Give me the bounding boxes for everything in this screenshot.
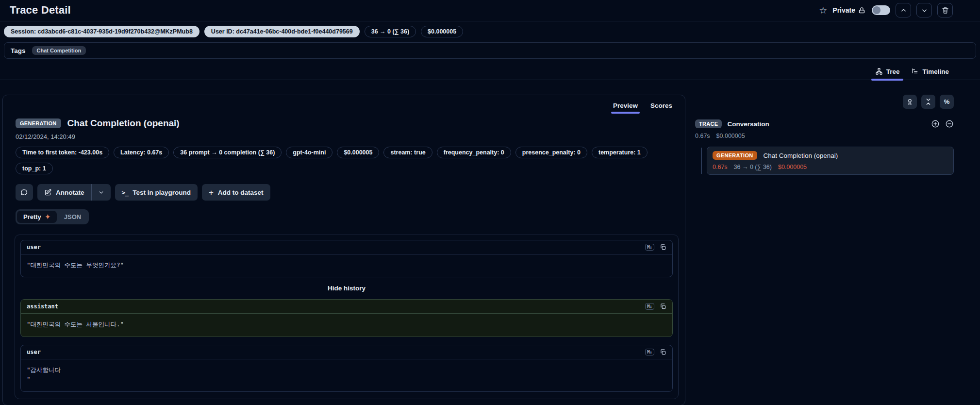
trash-icon xyxy=(942,7,949,14)
next-observation-button[interactable] xyxy=(916,3,932,17)
lock-icon xyxy=(858,7,865,14)
annotate-split-button: Annotate xyxy=(37,184,111,201)
header-actions: ☆ Private xyxy=(819,3,953,17)
collapse-tree-button[interactable] xyxy=(945,119,954,128)
chevron-down-icon xyxy=(98,189,104,196)
timeline-icon xyxy=(911,68,919,75)
pretty-label: Pretty xyxy=(23,213,41,220)
plus-circle-icon xyxy=(931,119,940,128)
tab-scores[interactable]: Scores xyxy=(645,100,678,114)
pill-top-p: top_p: 1 xyxy=(16,163,53,174)
tab-tree[interactable]: Tree xyxy=(869,64,906,80)
view-tabs: Tree Timeline xyxy=(0,64,980,80)
pill-model: gpt-4o-mini xyxy=(286,147,332,158)
tab-timeline-label: Timeline xyxy=(922,68,949,75)
bookmark-star-icon[interactable]: ☆ xyxy=(819,6,827,15)
message-user-2: user M↓ "감사합니다 " xyxy=(20,345,673,392)
observation-tabs: Preview Scores xyxy=(3,95,685,114)
award-icon xyxy=(906,98,914,105)
playground-label: Test in playground xyxy=(133,189,191,196)
annotate-dropdown-button[interactable] xyxy=(92,184,111,201)
page-title: Trace Detail xyxy=(10,4,71,17)
message-content: "대한민국의 수도는 무엇인가요?" xyxy=(21,254,672,277)
prev-observation-button[interactable] xyxy=(896,3,911,17)
markdown-toggle-icon[interactable]: M↓ xyxy=(645,244,654,251)
tags-label: Tags xyxy=(11,47,26,54)
annotate-button[interactable]: Annotate xyxy=(37,184,91,201)
generation-type-badge: GENERATION xyxy=(713,151,757,160)
pill-cost: $0.000005 xyxy=(337,147,379,158)
message-content: "감사합니다 " xyxy=(21,359,672,391)
trace-type-badge: TRACE xyxy=(695,119,722,128)
collapse-all-button[interactable] xyxy=(921,95,935,109)
message-content: "대한민국의 수도는 서울입니다." xyxy=(21,314,672,336)
tag-chip[interactable]: Chat Competition xyxy=(32,46,86,55)
expand-all-button[interactable] xyxy=(931,119,940,128)
markdown-toggle-icon[interactable]: M↓ xyxy=(645,349,654,355)
tree-node-generation[interactable]: GENERATION Chat Completion (openai) 0.67… xyxy=(707,147,954,175)
message-tools: M↓ xyxy=(645,349,666,355)
tags-bar: Tags Chat Competition xyxy=(4,42,976,59)
edit-pen-icon xyxy=(44,189,51,196)
page-header: Trace Detail ☆ Private xyxy=(0,0,980,21)
minus-circle-icon xyxy=(945,119,954,128)
dataset-label: Add to dataset xyxy=(218,189,264,196)
privacy-indicator: Private xyxy=(832,6,865,14)
percent-icon: % xyxy=(944,98,950,105)
delete-trace-button[interactable] xyxy=(937,3,953,17)
test-in-playground-button[interactable]: >_ Test in playground xyxy=(115,184,198,201)
tab-preview[interactable]: Preview xyxy=(607,100,644,114)
pill-stream: stream: true xyxy=(383,147,432,158)
tab-timeline[interactable]: Timeline xyxy=(905,64,955,80)
copy-icon[interactable] xyxy=(660,303,666,310)
comment-button[interactable] xyxy=(16,184,33,201)
observation-actions: Annotate >_ Test in playground + Add to xyxy=(16,184,672,201)
observation-type-badge: GENERATION xyxy=(16,118,61,128)
format-toggle-wrap: Pretty ✦ JSON xyxy=(3,209,685,224)
message-role: user xyxy=(27,349,41,355)
markdown-toggle-icon[interactable]: M↓ xyxy=(645,303,654,310)
format-toggle: Pretty ✦ JSON xyxy=(16,209,89,224)
pill-temperature: temperature: 1 xyxy=(592,147,648,158)
public-toggle[interactable] xyxy=(872,5,890,15)
trace-root-row[interactable]: TRACE Conversation xyxy=(695,119,954,128)
copy-icon[interactable] xyxy=(660,244,666,251)
node-latency: 0.67s xyxy=(713,164,728,170)
message-role: user xyxy=(27,244,41,251)
observation-title: Chat Completion (openai) xyxy=(67,118,180,129)
scores-toggle-button[interactable] xyxy=(903,95,917,109)
pill-time-to-first-token: Time to first token: -423.00s xyxy=(16,147,109,158)
user-id-badge[interactable]: User ID: dc47a41e-06bc-400d-bde1-f0e440d… xyxy=(204,26,360,37)
message-tools: M↓ xyxy=(645,244,666,251)
main-content: Preview Scores GENERATION Chat Completio… xyxy=(0,80,980,405)
observation-panel: Preview Scores GENERATION Chat Completio… xyxy=(2,95,685,405)
pill-presence-penalty: presence_penalty: 0 xyxy=(515,147,587,158)
sparkles-icon: ✦ xyxy=(45,213,50,220)
message-header: assistant M↓ xyxy=(21,300,672,314)
pill-latency: Latency: 0.67s xyxy=(114,147,169,158)
trace-metrics: 0.67s $0.000005 xyxy=(695,133,954,139)
observation-timestamp: 02/12/2024, 14:20:49 xyxy=(16,133,672,140)
generation-node-metrics: 0.67s 36 → 0 (∑ 36) $0.000005 xyxy=(713,164,948,170)
terminal-icon: >_ xyxy=(122,189,129,196)
generation-node-title: Chat Completion (openai) xyxy=(764,152,838,159)
trace-title: Conversation xyxy=(727,120,769,128)
message-header: user M↓ xyxy=(21,345,672,359)
privacy-label: Private xyxy=(832,6,855,14)
format-pretty-option[interactable]: Pretty ✦ xyxy=(17,211,57,223)
add-to-dataset-button[interactable]: + Add to dataset xyxy=(202,184,270,201)
comment-icon xyxy=(20,188,28,196)
metrics-toggle-button[interactable]: % xyxy=(940,95,954,109)
node-cost: $0.000005 xyxy=(778,164,807,170)
cost-badge: $0.000005 xyxy=(421,26,463,37)
observation-metadata-pills: Time to first token: -423.00s Latency: 0… xyxy=(16,147,672,174)
observation-header: GENERATION Chat Completion (openai) 02/1… xyxy=(3,118,685,201)
message-header: user M↓ xyxy=(21,240,672,254)
chevrons-collapse-icon xyxy=(925,98,932,105)
session-badge[interactable]: Session: cd3abcd6-c81c-4037-935d-19d9f27… xyxy=(4,26,199,37)
copy-icon[interactable] xyxy=(660,349,666,355)
message-role: assistant xyxy=(27,303,58,310)
hide-history-button[interactable]: Hide history xyxy=(20,285,673,292)
format-json-option[interactable]: JSON xyxy=(58,211,87,223)
messages-container: user M↓ "대한민국의 수도는 무엇인가요?" Hide history … xyxy=(15,235,679,399)
